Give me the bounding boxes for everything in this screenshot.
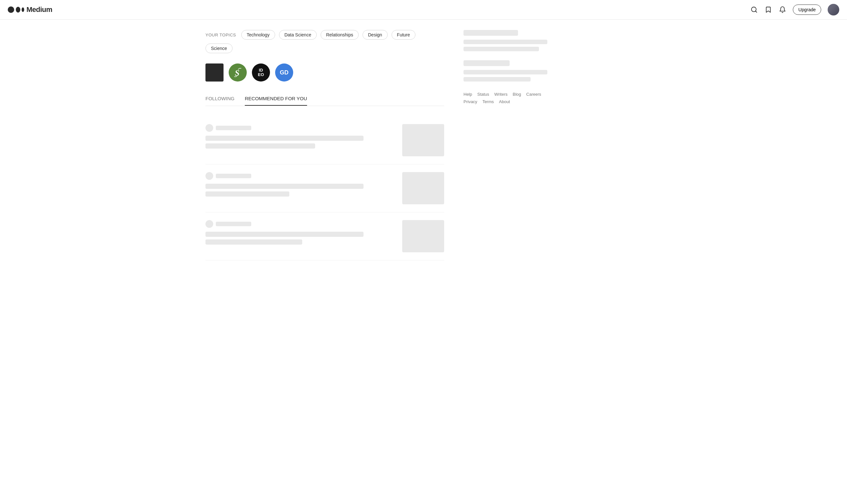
svg-point-1 bbox=[16, 7, 20, 13]
medium-logo[interactable]: Medium bbox=[8, 5, 52, 14]
sidebar-skeleton-1 bbox=[464, 30, 518, 36]
pub-gd-icon[interactable]: GD bbox=[275, 64, 293, 82]
svg-line-4 bbox=[756, 11, 757, 12]
main-layout: YOUR TOPICS Technology Data Science Rela… bbox=[198, 20, 649, 271]
s-svg: S bbox=[232, 67, 243, 78]
ideo-text-eo: EO bbox=[258, 72, 264, 77]
article-thumb-3 bbox=[402, 220, 444, 252]
sidebar-skeleton-3 bbox=[464, 47, 539, 51]
article-item-3 bbox=[205, 212, 444, 260]
article-item-1 bbox=[205, 116, 444, 164]
article-left-1 bbox=[205, 124, 395, 148]
upgrade-button[interactable]: Upgrade bbox=[793, 4, 821, 15]
logo-svg bbox=[8, 5, 25, 14]
header-right: Upgrade bbox=[750, 4, 839, 16]
article-left-2 bbox=[205, 172, 395, 197]
article-thumb-1 bbox=[402, 124, 444, 156]
header-left: Medium bbox=[8, 5, 52, 14]
topic-chip-design[interactable]: Design bbox=[363, 30, 388, 40]
article-title-1a bbox=[205, 136, 363, 141]
content-area: YOUR TOPICS Technology Data Science Rela… bbox=[205, 20, 444, 271]
sidebar: Help Status Writers Blog Careers Privacy… bbox=[444, 20, 547, 271]
article-title-1b bbox=[205, 143, 315, 148]
bell-icon[interactable] bbox=[779, 6, 786, 14]
topic-chip-technology[interactable]: Technology bbox=[241, 30, 275, 40]
article-title-3b bbox=[205, 239, 302, 245]
header: Medium Upgrade bbox=[0, 0, 847, 20]
footer-link-terms[interactable]: Terms bbox=[483, 99, 494, 104]
svg-text:S: S bbox=[235, 68, 239, 78]
article-item-2 bbox=[205, 164, 444, 212]
svg-point-0 bbox=[8, 6, 14, 13]
article-thumb-2 bbox=[402, 172, 444, 204]
ideo-text-id: ID bbox=[259, 68, 263, 72]
footer-link-writers[interactable]: Writers bbox=[495, 92, 508, 97]
sidebar-skeleton-5 bbox=[464, 70, 547, 74]
bookmark-icon[interactable] bbox=[764, 6, 772, 14]
search-icon[interactable] bbox=[750, 6, 758, 14]
footer-links: Help Status Writers Blog Careers Privacy… bbox=[464, 92, 547, 104]
pub-ideo-icon[interactable]: ID EO bbox=[252, 64, 270, 82]
author-avatar-1 bbox=[205, 124, 213, 132]
publications-row: S ID EO GD bbox=[205, 64, 444, 82]
author-name-1 bbox=[216, 126, 251, 130]
article-title-3a bbox=[205, 232, 363, 237]
tabs-row: FOLLOWING RECOMMENDED FOR YOU bbox=[205, 92, 444, 106]
sidebar-skeleton-2 bbox=[464, 40, 547, 44]
topics-label: YOUR TOPICS bbox=[205, 33, 236, 37]
avatar[interactable] bbox=[828, 4, 839, 16]
author-row-1 bbox=[205, 124, 395, 132]
tab-following[interactable]: FOLLOWING bbox=[205, 92, 235, 106]
topic-chip-future[interactable]: Future bbox=[392, 30, 415, 40]
author-avatar-2 bbox=[205, 172, 213, 180]
author-name-3 bbox=[216, 222, 251, 226]
pub-all-icon[interactable] bbox=[205, 64, 224, 82]
topics-row: YOUR TOPICS Technology Data Science Rela… bbox=[205, 30, 444, 53]
article-title-2a bbox=[205, 184, 363, 189]
topic-chip-relationships[interactable]: Relationships bbox=[321, 30, 359, 40]
footer-link-help[interactable]: Help bbox=[464, 92, 472, 97]
topic-chip-science[interactable]: Science bbox=[205, 43, 232, 53]
author-name-2 bbox=[216, 174, 251, 178]
footer-link-status[interactable]: Status bbox=[477, 92, 489, 97]
footer-link-about[interactable]: About bbox=[499, 99, 510, 104]
footer-link-privacy[interactable]: Privacy bbox=[464, 99, 477, 104]
author-row-2 bbox=[205, 172, 395, 180]
topic-chip-data-science[interactable]: Data Science bbox=[279, 30, 317, 40]
footer-link-blog[interactable]: Blog bbox=[513, 92, 521, 97]
article-title-2b bbox=[205, 192, 289, 197]
author-avatar-3 bbox=[205, 220, 213, 228]
sidebar-skeleton-4 bbox=[464, 60, 509, 66]
author-row-3 bbox=[205, 220, 395, 228]
tab-recommended[interactable]: RECOMMENDED FOR YOU bbox=[245, 92, 307, 106]
article-left-3 bbox=[205, 220, 395, 245]
logo-text: Medium bbox=[27, 5, 52, 14]
avatar-image bbox=[828, 4, 839, 16]
footer-link-careers[interactable]: Careers bbox=[526, 92, 541, 97]
svg-point-2 bbox=[22, 7, 24, 12]
pub-s-icon[interactable]: S bbox=[229, 64, 247, 82]
sidebar-skeleton-6 bbox=[464, 77, 531, 82]
gd-text: GD bbox=[280, 69, 289, 76]
